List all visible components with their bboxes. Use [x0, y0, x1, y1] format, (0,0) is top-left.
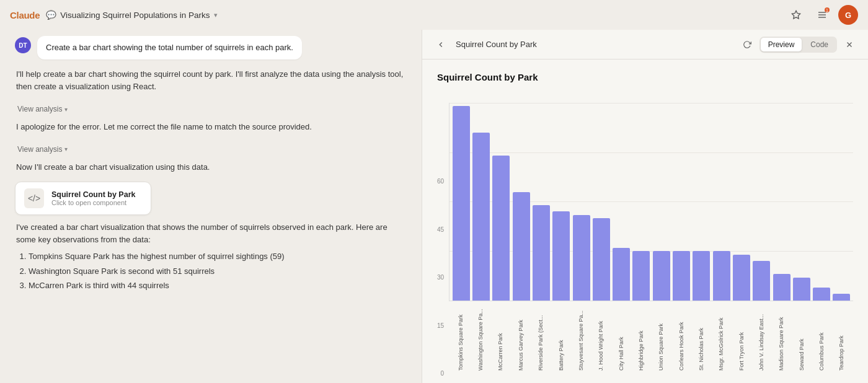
bar: [573, 215, 590, 301]
bar: [533, 205, 550, 301]
component-card[interactable]: </> Squirrel Count by Park Click to open…: [15, 182, 151, 215]
x-label: Union Square Park: [658, 302, 664, 371]
x-label-cell: Seward Park: [792, 302, 810, 377]
bar-column: [753, 103, 771, 301]
x-label: Corlears Hook Park: [678, 302, 684, 371]
observation-2: Washington Square Park is second with 51…: [29, 265, 405, 278]
tab-preview[interactable]: Preview: [761, 38, 802, 51]
refresh-button[interactable]: [738, 36, 756, 53]
bar: [813, 288, 830, 301]
x-label: Tompkins Square Park: [458, 302, 464, 371]
chat-icon: 💬: [46, 10, 56, 20]
view-analysis-1[interactable]: View analysis ▾: [15, 103, 70, 115]
component-info: Squirrel Count by Park Click to open com…: [51, 190, 135, 206]
x-label-cell: Union Square Park: [652, 302, 670, 377]
bar-column: [773, 103, 790, 301]
component-title: Squirrel Count by Park: [51, 190, 135, 199]
x-label-cell: St. Nicholas Park: [692, 302, 710, 377]
bar-column: [552, 103, 570, 301]
bar: [653, 251, 670, 301]
x-label: St. Nicholas Park: [698, 302, 704, 371]
bar-column: [512, 103, 530, 301]
topbar-left: Claude 💬 Visualizing Squirrel Population…: [10, 10, 218, 20]
back-button[interactable]: [432, 36, 450, 53]
x-label-cell: Stuyvesant Square Pa...: [572, 302, 590, 377]
user-avatar[interactable]: G: [838, 5, 858, 25]
bar-column: [452, 103, 470, 301]
y-label: 30: [437, 275, 444, 281]
bar-column: [833, 103, 851, 301]
x-label-cell: Madison Square Park: [773, 302, 790, 377]
x-label-cell: Battery Park: [552, 302, 570, 377]
view-analysis-2[interactable]: View analysis ▾: [15, 144, 70, 155]
chevron-icon-2: ▾: [64, 146, 68, 152]
x-label-cell: Msgr. McGolrick Park: [712, 302, 730, 377]
main-content: DT Create a bar chart showing the total …: [0, 30, 868, 383]
x-labels-row: Tompkins Square ParkWashington Square Pa…: [449, 302, 853, 377]
x-label: City Hall Park: [618, 302, 624, 371]
x-label: Msgr. McGolrick Park: [718, 302, 724, 371]
observations-list: Tompkins Square Park has the highest num…: [16, 250, 405, 292]
assistant-message-3: Now I'll create a bar chart visualizatio…: [15, 161, 407, 174]
x-label: Riverside Park (Sect...: [538, 302, 544, 371]
bar-column: [632, 103, 650, 301]
x-label-cell: Highbridge Park: [632, 302, 650, 377]
bar-column: [812, 103, 830, 301]
x-label: McCarren Park: [497, 302, 503, 371]
x-label: Stuyvesant Square Pa...: [578, 302, 584, 371]
right-panel-header: Squirrel Count by Park Preview Code: [422, 30, 868, 59]
bar: [773, 274, 790, 301]
x-label-cell: Marcus Garvey Park: [512, 302, 529, 377]
bar: [753, 261, 770, 301]
bar-column: [693, 103, 711, 301]
tab-code[interactable]: Code: [803, 38, 836, 51]
x-label-cell: City Hall Park: [612, 302, 630, 377]
bar-column: [712, 103, 730, 301]
chevron-down-icon: ▾: [214, 11, 218, 19]
left-panel: DT Create a bar chart showing the total …: [0, 30, 422, 383]
bar: [632, 251, 650, 301]
assistant-message-2: I apologize for the error. Let me correc…: [15, 121, 407, 134]
x-label: Fort Tryon Park: [738, 302, 745, 371]
topbar-right: 1 G: [786, 5, 858, 25]
header-right: Preview Code: [738, 36, 858, 53]
bar: [453, 106, 470, 301]
bar: [713, 251, 730, 301]
close-button[interactable]: [841, 36, 858, 53]
bar: [833, 294, 850, 301]
assistant-message-1: I'll help create a bar chart showing the…: [15, 68, 407, 94]
panel-title: Squirrel Count by Park: [456, 40, 537, 49]
x-label-cell: Tompkins Square Park: [451, 302, 469, 377]
bar: [472, 133, 490, 301]
bar: [593, 218, 610, 301]
topbar: Claude 💬 Visualizing Squirrel Population…: [0, 0, 868, 30]
x-label-cell: J. Hood Wright Park: [592, 302, 610, 377]
star-button[interactable]: [786, 5, 806, 25]
bar-column: [492, 103, 510, 301]
right-panel: Squirrel Count by Park Preview Code Squi…: [422, 30, 868, 383]
bar: [492, 156, 510, 301]
bar: [513, 192, 530, 301]
bar-column: [652, 103, 670, 301]
x-label-cell: McCarren Park: [492, 302, 510, 377]
bars-area: Tompkins Square ParkWashington Square Pa…: [449, 103, 853, 377]
y-label: 60: [437, 178, 444, 185]
chart-area: Squirrel Count by Park 015304560 Tompkin…: [422, 59, 868, 383]
chat-title: 💬 Visualizing Squirrel Populations in Pa…: [46, 10, 217, 20]
x-label: Marcus Garvey Park: [518, 302, 524, 371]
bar-column: [572, 103, 590, 301]
chart-container: 015304560 Tompkins Square ParkWashington…: [437, 92, 853, 377]
bars-wrapper: [449, 103, 853, 301]
app-logo: Claude: [10, 10, 40, 20]
observation-1: Tompkins Square Park has the highest num…: [29, 250, 405, 263]
bar: [793, 278, 810, 301]
tab-group: Preview Code: [760, 37, 837, 53]
x-label-cell: Riverside Park (Sect...: [532, 302, 550, 377]
user-avatar-small: DT: [15, 37, 31, 53]
bar: [552, 211, 570, 301]
bar-column: [592, 103, 610, 301]
observation-3: McCarren Park is third with 44 squirrels: [29, 280, 405, 292]
y-label: 45: [437, 227, 444, 233]
bar: [693, 251, 710, 301]
header-left: Squirrel Count by Park: [432, 36, 537, 53]
